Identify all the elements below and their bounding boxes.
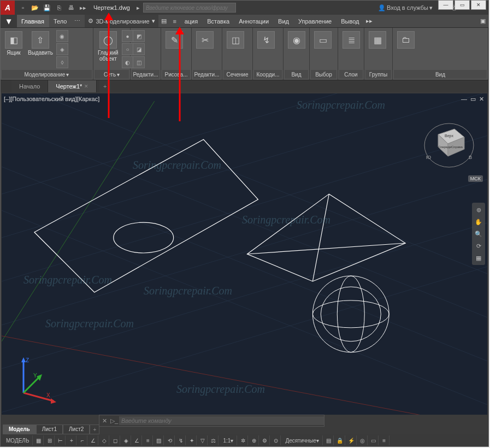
groups-button[interactable]: ▦	[367, 30, 388, 50]
tab-annotate[interactable]: Аннотации	[234, 15, 274, 27]
select-button[interactable]: ▭	[312, 30, 334, 50]
title-dropdown-icon[interactable]: ▸	[133, 3, 143, 13]
draw-button[interactable]: ✎	[163, 30, 185, 50]
nav-zoom-icon[interactable]: 🔍	[474, 229, 483, 239]
panel-layers-title[interactable]: Слои	[339, 70, 363, 79]
status-lock-icon[interactable]: 🔒	[335, 435, 345, 445]
viewcube[interactable]: Верх Спереди Справа Ю В	[422, 115, 476, 170]
status-ducs-icon[interactable]: ↯	[176, 435, 186, 445]
status-autoadd-icon[interactable]: ⊕	[249, 435, 259, 445]
panel-modeling-title[interactable]: Моделирование ▾	[2, 70, 92, 79]
ribbon-minimize-icon[interactable]: ▣	[477, 15, 488, 27]
panel-view-title[interactable]: Вид	[285, 70, 308, 79]
view-button[interactable]: ◉	[286, 30, 308, 50]
status-snap-icon[interactable]: ⊞	[45, 435, 55, 445]
tab-insert[interactable]: Вставка	[203, 15, 234, 27]
qat-new-icon[interactable]: ▫	[18, 3, 28, 13]
panel-select-title[interactable]: Выбор	[311, 70, 336, 79]
view2-button[interactable]: 🗀	[395, 30, 417, 50]
panel-draw-title[interactable]: Рисова...	[162, 70, 190, 79]
nav-orbit-icon[interactable]: ⟳	[474, 241, 483, 251]
viewport-close-icon[interactable]: ✕	[479, 96, 484, 103]
panel-groups-title[interactable]: Группы	[365, 70, 391, 79]
modeling-small-2[interactable]: ◈	[56, 43, 68, 55]
tab-output[interactable]: Вывод	[336, 15, 364, 27]
cmd-close-icon[interactable]: ✕	[99, 417, 109, 425]
tab-visualize-partial[interactable]: ация	[180, 15, 203, 27]
drawing-viewport[interactable]: [–][Пользовательский вид][Каркас] — ▭ ✕ …	[2, 93, 487, 415]
ucs-button[interactable]: ↯	[255, 30, 277, 50]
panel-coords-title[interactable]: Коорди...	[254, 70, 282, 79]
tab-surface-hidden[interactable]: ⋯	[72, 15, 82, 27]
se-3[interactable]: ◫	[133, 56, 145, 68]
close-button[interactable]: ✕	[471, 0, 486, 10]
filetab-close-icon[interactable]: ✕	[84, 84, 88, 89]
nav-showmotion-icon[interactable]: ▦	[474, 253, 483, 263]
qat-toggle-2[interactable]: ≡	[169, 15, 180, 27]
status-ortho-icon[interactable]: ⌐	[78, 435, 87, 445]
status-monitor-icon[interactable]: ⊙	[271, 435, 281, 445]
status-ws-icon[interactable]: ⚙	[260, 435, 270, 445]
ucs-triad-icon[interactable]: Z X Y	[13, 355, 62, 404]
viewport-label[interactable]: [–][Пользовательский вид][Каркас]	[4, 96, 99, 102]
filetab-drawing1[interactable]: Чертеж1* ✕	[48, 80, 97, 92]
status-transparency-icon[interactable]: ▨	[154, 435, 164, 445]
status-3dosnap-icon[interactable]: ◈	[121, 435, 131, 445]
viewport-max-icon[interactable]: ▭	[470, 96, 476, 103]
modeling-small-1[interactable]: ◉	[56, 30, 68, 42]
status-clean-icon[interactable]: ▭	[369, 435, 379, 445]
layout-sheet2[interactable]: Лист2	[63, 425, 90, 434]
filetab-start[interactable]: Начало	[11, 80, 48, 92]
status-annoscale-icon[interactable]: ⚖	[209, 435, 219, 445]
smooth-button[interactable]: ◯ Гладкий объект	[96, 30, 121, 63]
panel-modify-title[interactable]: Редакти...	[193, 70, 221, 79]
status-infer-icon[interactable]: ⊢	[56, 435, 66, 445]
maximize-button[interactable]: ▭	[454, 0, 470, 10]
tab-manage[interactable]: Управление	[294, 15, 336, 27]
tab-solid[interactable]: Тело	[49, 15, 72, 27]
command-input[interactable]	[119, 416, 324, 425]
layout-add-button[interactable]: +	[90, 425, 99, 434]
status-annovisibility-icon[interactable]: ✲	[238, 435, 248, 445]
tab-view[interactable]: Вид	[274, 15, 294, 27]
status-hardware-icon[interactable]: ⚡	[346, 435, 357, 445]
qat-print-icon[interactable]: 🖶	[66, 3, 76, 13]
filetab-add-button[interactable]: +	[99, 80, 111, 92]
status-units[interactable]: Десятичные ▾	[282, 435, 322, 445]
qat-open-icon[interactable]: 📂	[30, 3, 40, 13]
workspace-selector[interactable]: ⚙ 3D-моделирование ▾	[85, 15, 158, 27]
nav-pan-icon[interactable]: ✋	[474, 217, 483, 227]
status-filter-icon[interactable]: ▽	[198, 435, 208, 445]
signin-button[interactable]: 👤 Вход в службы▾	[378, 4, 433, 11]
extrude-button[interactable]: ⇧ Выдавить	[26, 30, 55, 57]
viewport-min-icon[interactable]: —	[461, 96, 467, 103]
status-otrack-icon[interactable]: ∠	[132, 435, 142, 445]
qat-more-icon[interactable]: ▸▸	[78, 3, 88, 13]
layers-button[interactable]: ≣	[340, 30, 362, 50]
status-gizmo-icon[interactable]: ✦	[187, 435, 197, 445]
status-qp-icon[interactable]: ▤	[324, 435, 334, 445]
status-dyn-icon[interactable]: +	[67, 435, 76, 445]
wcs-badge[interactable]: МСК	[468, 175, 483, 182]
app-menu-icon[interactable]: A	[1, 1, 15, 15]
panel-section-title[interactable]: Сечение	[223, 70, 251, 79]
status-iso-icon[interactable]: ◇	[99, 435, 109, 445]
se-2[interactable]: ◪	[133, 43, 145, 55]
panel-solidedit-title[interactable]: Редакти...	[132, 70, 160, 79]
panel-mesh-title[interactable]: Сеть ▾	[95, 70, 129, 79]
minimize-button[interactable]: —	[438, 0, 453, 10]
tab-home[interactable]: Главная	[17, 15, 49, 27]
status-osnap-icon[interactable]: ◻	[110, 435, 120, 445]
status-scale[interactable]: 1:1 ▾	[220, 435, 237, 445]
modeling-small-3[interactable]: ◊	[56, 56, 68, 68]
qat-toggle-1[interactable]: ▤	[158, 15, 169, 27]
qat-saveas-icon[interactable]: ⎘	[54, 3, 64, 13]
status-polar-icon[interactable]: ∠	[88, 435, 98, 445]
search-input[interactable]	[143, 3, 236, 13]
status-cycling-icon[interactable]: ⟲	[165, 435, 175, 445]
status-isolate-icon[interactable]: ◎	[358, 435, 368, 445]
se-1[interactable]: ◩	[133, 30, 145, 42]
section-button[interactable]: ◫	[225, 30, 246, 50]
nav-wheel-icon[interactable]: ⊚	[474, 205, 483, 215]
layout-sheet1[interactable]: Лист1	[36, 425, 63, 434]
